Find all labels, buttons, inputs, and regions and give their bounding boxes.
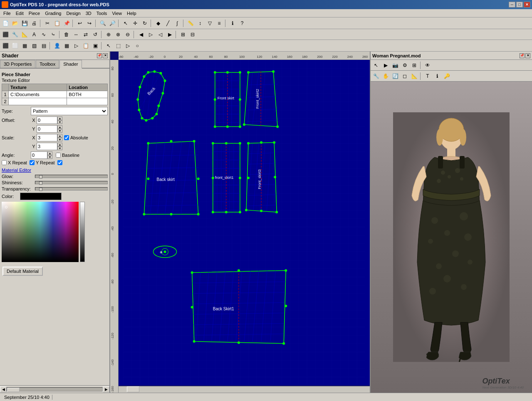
zoom-in-button[interactable]: 🔍: [98, 19, 107, 28]
tb2-btn7[interactable]: 🗑: [62, 30, 71, 39]
type-select[interactable]: Pattern Solid Gradient: [31, 107, 108, 115]
tab-tb-btn6[interactable]: 👤: [52, 41, 62, 50]
rt-btn6[interactable]: 👁: [423, 61, 432, 70]
offset-x-down[interactable]: ▼: [57, 120, 62, 124]
rt2-btn7[interactable]: ℹ: [433, 72, 442, 81]
tb2-btn13[interactable]: ⊖: [123, 30, 132, 39]
rt2-btn5[interactable]: 📐: [410, 72, 419, 81]
tb2-btn12[interactable]: ⊗: [114, 30, 123, 39]
angle-input[interactable]: [31, 151, 47, 159]
tab-tb-btn8[interactable]: ▷: [72, 41, 81, 50]
menu-help[interactable]: Help: [124, 10, 139, 17]
zoom-out-button[interactable]: 🔎: [108, 19, 117, 28]
tb2-btn8[interactable]: ↔: [72, 30, 81, 39]
material-editor-link[interactable]: Material Editor: [2, 168, 31, 173]
glow-slider[interactable]: [35, 175, 108, 178]
menu-file[interactable]: File: [1, 10, 13, 17]
info-button[interactable]: ℹ: [228, 19, 237, 28]
scale-x-up[interactable]: ▲: [57, 134, 62, 138]
tb2-btn16[interactable]: ◁: [156, 30, 165, 39]
row1-location[interactable]: BOTH: [67, 91, 108, 98]
tb2-btn10[interactable]: ↺: [91, 30, 100, 39]
notch-button[interactable]: ▽: [205, 19, 214, 28]
scale-x-down[interactable]: ▼: [57, 138, 62, 141]
select-circle[interactable]: ○: [133, 41, 142, 50]
tb2-btn11[interactable]: ⊕: [104, 30, 113, 39]
undo-button[interactable]: ↩: [75, 19, 84, 28]
scrollbar-thumb[interactable]: [7, 388, 20, 392]
curve-button[interactable]: ∫: [173, 19, 182, 28]
default-material-button[interactable]: Default Material: [2, 267, 43, 276]
right-panel-pin[interactable]: 📌: [520, 53, 525, 58]
grain-button[interactable]: ↕: [195, 19, 205, 28]
angle-up[interactable]: ▲: [47, 151, 52, 155]
print-button[interactable]: 🖨: [30, 19, 39, 28]
row1-texture[interactable]: C:\Documents: [9, 91, 67, 98]
color-brightness-bar[interactable]: [80, 202, 85, 262]
panel-pin-button[interactable]: 📌: [97, 53, 102, 58]
rt-play-btn[interactable]: ▶: [381, 61, 390, 70]
tb2-btn4[interactable]: A: [30, 30, 39, 39]
rt2-btn3[interactable]: 🔄: [391, 72, 400, 81]
tab-tb-btn7[interactable]: ▦: [62, 41, 71, 50]
tb2-btn1[interactable]: ⬛: [1, 30, 10, 39]
horizontal-scrollbar-track[interactable]: [7, 387, 103, 391]
rt2-btn8[interactable]: 🔑: [442, 72, 451, 81]
left-panel-scrollbar[interactable]: ◀ ▶: [0, 385, 109, 393]
help-icon-button[interactable]: ?: [238, 19, 247, 28]
rt-camera-btn[interactable]: 📷: [391, 61, 400, 70]
scroll-left-button[interactable]: ◀: [0, 386, 7, 392]
tab-tb-btn5[interactable]: ▤: [39, 41, 48, 50]
tab-tb-btn2[interactable]: ⬜: [10, 41, 20, 50]
select-arrow[interactable]: ↖: [104, 41, 113, 50]
rt2-btn6[interactable]: T: [423, 72, 432, 81]
scale-x-spin[interactable]: ▲ ▼: [57, 134, 62, 141]
tab-tb-btn9[interactable]: 📋: [81, 41, 90, 50]
menu-tools[interactable]: Tools: [94, 10, 110, 17]
open-button[interactable]: 📂: [10, 19, 20, 28]
offset-y-spin[interactable]: ▲ ▼: [57, 125, 62, 133]
color-spectrum[interactable]: [2, 202, 79, 262]
menu-piece[interactable]: Piece: [26, 10, 43, 17]
absolute-checkbox[interactable]: [64, 135, 69, 140]
tab-shader[interactable]: Shader: [59, 60, 82, 69]
select-button[interactable]: ↖: [121, 19, 130, 28]
color-select[interactable]: [20, 193, 62, 200]
minimize-button[interactable]: ─: [509, 2, 515, 7]
h-scrollbar-thumb[interactable]: [127, 386, 139, 392]
offset-x-spin[interactable]: ▲ ▼: [57, 116, 62, 124]
panel-close-button[interactable]: ✕: [103, 53, 108, 58]
rt-settings-btn[interactable]: ⚙: [400, 61, 409, 70]
scale-y-down[interactable]: ▼: [57, 146, 62, 150]
move-button[interactable]: ✛: [131, 19, 140, 28]
color-picker[interactable]: [2, 202, 85, 264]
table-row[interactable]: 1 C:\Documents BOTH: [2, 91, 108, 98]
tb2-btn2[interactable]: 🔧: [10, 30, 20, 39]
rotate-button[interactable]: ↻: [140, 19, 149, 28]
y-repeat-extra-checkbox[interactable]: [57, 160, 62, 165]
tb2-btn5[interactable]: ∿: [39, 30, 48, 39]
node-button[interactable]: ◆: [153, 19, 163, 28]
tab-tb-btn1[interactable]: ⬛: [1, 41, 10, 50]
canvas-h-scrollbar[interactable]: [119, 386, 370, 393]
copy-button[interactable]: 📋: [52, 19, 62, 28]
rt-grid-btn[interactable]: ⊞: [410, 61, 419, 70]
shininess-slider[interactable]: [35, 181, 108, 184]
baseline-checkbox[interactable]: [56, 153, 61, 158]
y-repeat-checkbox[interactable]: [30, 160, 35, 165]
scale-y-up[interactable]: ▲: [57, 143, 62, 146]
offset-y-input[interactable]: [37, 125, 57, 133]
maximize-button[interactable]: □: [516, 2, 523, 7]
tb2-btn3[interactable]: 📐: [20, 30, 29, 39]
table-row[interactable]: 2: [2, 98, 108, 105]
scroll-right-button[interactable]: ▶: [103, 386, 109, 392]
scale-y-spin[interactable]: ▲ ▼: [57, 143, 62, 150]
offset-y-down[interactable]: ▼: [57, 129, 62, 133]
scale-y-input[interactable]: [37, 143, 57, 150]
select-box[interactable]: ⬚: [114, 41, 123, 50]
rt-select-btn[interactable]: ↖: [371, 61, 381, 70]
rt2-btn2[interactable]: ✋: [381, 72, 390, 81]
tab-toolbox[interactable]: Toolbox: [36, 60, 59, 68]
tab-tb-btn4[interactable]: ▧: [30, 41, 39, 50]
menu-design[interactable]: Design: [64, 10, 83, 17]
